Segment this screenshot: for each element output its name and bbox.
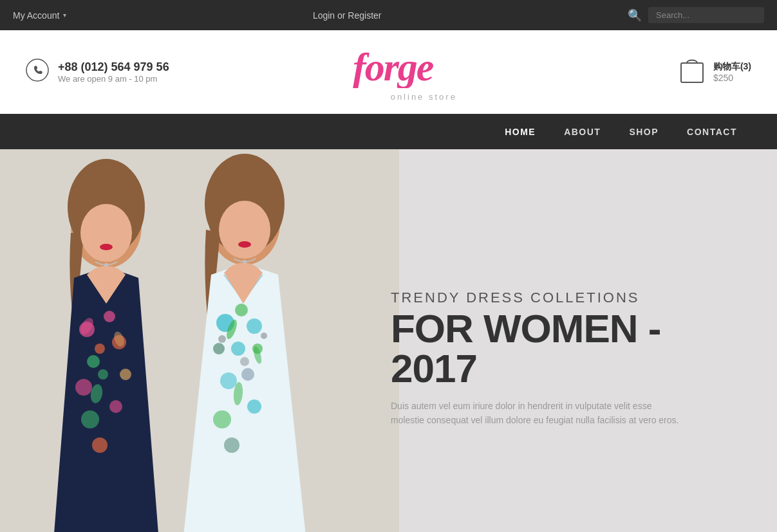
nav-contact[interactable]: CONTACT bbox=[673, 114, 751, 149]
svg-point-9 bbox=[87, 355, 100, 368]
phone-icon bbox=[26, 59, 49, 86]
cart-section[interactable]: 购物车(3) $250 bbox=[679, 54, 751, 90]
login-register-label: Login or Register bbox=[313, 10, 382, 21]
svg-point-44 bbox=[243, 260, 247, 264]
hero-description: Duis autem vel eum iriure dolor in hendr… bbox=[391, 398, 680, 427]
search-input[interactable] bbox=[648, 7, 764, 23]
hero-section: TRENDY DRESS COLLETIONS FOR WOMEN - 2017… bbox=[0, 149, 777, 532]
login-register-link[interactable]: Login or Register bbox=[313, 10, 382, 21]
cart-price: $250 bbox=[713, 73, 751, 83]
svg-point-6 bbox=[80, 204, 132, 262]
svg-point-13 bbox=[75, 379, 92, 396]
svg-point-27 bbox=[213, 343, 225, 354]
svg-point-26 bbox=[247, 318, 262, 334]
hero-subtitle: TRENDY DRESS COLLETIONS bbox=[391, 289, 751, 306]
svg-point-16 bbox=[109, 400, 122, 413]
svg-point-12 bbox=[98, 369, 108, 380]
hero-fashion-image bbox=[0, 149, 399, 532]
svg-point-41 bbox=[100, 244, 113, 250]
svg-point-0 bbox=[26, 59, 48, 81]
cart-label: 购物车(3) bbox=[713, 61, 751, 73]
svg-point-42 bbox=[238, 241, 251, 248]
chevron-down-icon: ▾ bbox=[63, 12, 66, 19]
top-bar: My Account ▾ Login or Register 🔍 bbox=[0, 0, 777, 30]
phone-section: +88 (012) 564 979 56 We are open 9 am - … bbox=[26, 59, 169, 86]
my-account-menu[interactable]: My Account ▾ bbox=[13, 10, 66, 21]
phone-hours: We are open 9 am - 10 pm bbox=[58, 74, 169, 84]
svg-point-40 bbox=[240, 357, 249, 366]
svg-point-8 bbox=[95, 344, 105, 354]
svg-point-28 bbox=[231, 342, 245, 356]
search-icon-button[interactable]: 🔍 bbox=[628, 8, 642, 23]
svg-point-31 bbox=[241, 368, 254, 381]
cart-info: 购物车(3) $250 bbox=[713, 61, 751, 83]
phone-number: +88 (012) 564 979 56 bbox=[58, 60, 169, 74]
nav-shop[interactable]: SHOP bbox=[615, 114, 673, 149]
my-account-label: My Account bbox=[13, 10, 59, 21]
svg-text:forge: forge bbox=[353, 45, 434, 88]
logo-text: forge bbox=[353, 43, 494, 95]
hero-content: TRENDY DRESS COLLETIONS FOR WOMEN - 2017… bbox=[391, 289, 751, 427]
svg-point-32 bbox=[213, 410, 231, 428]
svg-point-38 bbox=[218, 335, 226, 343]
svg-point-30 bbox=[220, 372, 237, 389]
svg-point-33 bbox=[247, 399, 261, 414]
svg-point-17 bbox=[92, 437, 108, 453]
nav-about[interactable]: ABOUT bbox=[550, 114, 615, 149]
nav-home[interactable]: HOME bbox=[491, 114, 550, 149]
svg-point-25 bbox=[235, 304, 248, 316]
site-logo[interactable]: forge online store bbox=[353, 43, 494, 102]
hero-title: FOR WOMEN - 2017 bbox=[391, 308, 751, 388]
cart-icon bbox=[679, 54, 706, 90]
svg-point-23 bbox=[219, 201, 270, 259]
main-nav: HOME ABOUT SHOP CONTACT bbox=[0, 114, 777, 149]
search-area: 🔍 bbox=[628, 7, 764, 23]
svg-rect-2 bbox=[681, 63, 703, 82]
svg-point-15 bbox=[81, 410, 99, 428]
svg-point-39 bbox=[261, 333, 267, 339]
svg-point-43 bbox=[104, 263, 108, 267]
phone-info: +88 (012) 564 979 56 We are open 9 am - … bbox=[58, 60, 169, 84]
svg-point-10 bbox=[104, 311, 115, 322]
svg-point-14 bbox=[120, 369, 131, 380]
svg-point-34 bbox=[224, 437, 239, 453]
site-header: +88 (012) 564 979 56 We are open 9 am - … bbox=[0, 30, 777, 114]
